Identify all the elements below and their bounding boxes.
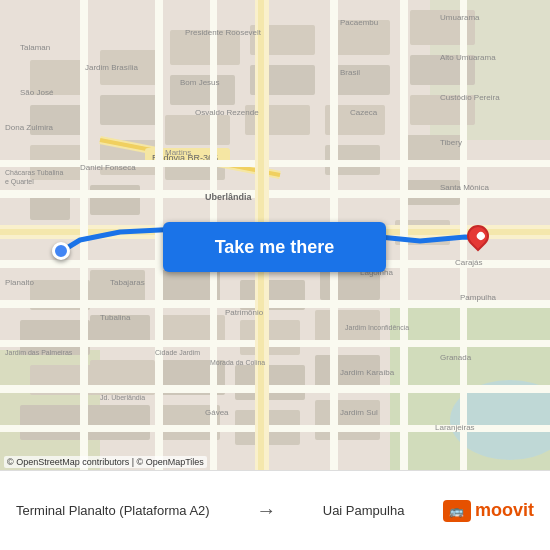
svg-text:Tabajaras: Tabajaras <box>110 278 145 287</box>
moovit-bus-icon: 🚌 <box>443 500 471 522</box>
svg-text:Tubalina: Tubalina <box>100 313 131 322</box>
svg-text:Uberlândia: Uberlândia <box>205 192 253 202</box>
svg-text:Daniel Fonseca: Daniel Fonseca <box>80 163 136 172</box>
bottom-bar: Terminal Planalto (Plataforma A2) → Uai … <box>0 470 550 550</box>
svg-text:Brasil: Brasil <box>340 68 360 77</box>
svg-text:Pacaembu: Pacaembu <box>340 18 378 27</box>
svg-text:Osvaldo Rezende: Osvaldo Rezende <box>195 108 259 117</box>
svg-text:Patrimônio: Patrimônio <box>225 308 264 317</box>
svg-text:Laranjeiras: Laranjeiras <box>435 423 475 432</box>
svg-text:Cidade Jardim: Cidade Jardim <box>155 349 200 356</box>
svg-text:Talaman: Talaman <box>20 43 50 52</box>
svg-text:Santa Mônica: Santa Mônica <box>440 183 489 192</box>
svg-rect-43 <box>315 400 380 440</box>
svg-text:Presidente Roosevelt: Presidente Roosevelt <box>185 28 262 37</box>
route-arrow-icon: → <box>256 499 276 522</box>
svg-rect-23 <box>165 115 230 145</box>
route-from-label: Terminal Planalto (Plataforma A2) <box>16 503 210 518</box>
svg-rect-20 <box>90 405 150 440</box>
svg-text:Dona Zulmira: Dona Zulmira <box>5 123 54 132</box>
svg-text:Bom Jesus: Bom Jesus <box>180 78 220 87</box>
svg-text:Planalto: Planalto <box>5 278 34 287</box>
svg-text:Jd. Uberlândia: Jd. Uberlândia <box>100 394 145 401</box>
svg-text:São José: São José <box>20 88 54 97</box>
svg-text:e Quartel: e Quartel <box>5 178 34 186</box>
svg-text:Pampulha: Pampulha <box>460 293 497 302</box>
svg-text:Custódio Pereira: Custódio Pereira <box>440 93 500 102</box>
origin-marker <box>52 242 70 260</box>
take-me-there-button[interactable]: Take me there <box>163 222 386 272</box>
moovit-logo: 🚌 moovit <box>443 500 534 522</box>
svg-rect-17 <box>90 270 145 305</box>
svg-rect-33 <box>240 320 300 355</box>
svg-text:Jardim Inconfidência: Jardim Inconfidência <box>345 324 409 331</box>
svg-text:Jardim Karaíba: Jardim Karaíba <box>340 368 395 377</box>
route-to-label: Uai Pampulha <box>323 503 405 518</box>
svg-rect-34 <box>235 365 305 400</box>
map-view: Rodovia BR-365 Talaman São José Jardim B… <box>0 0 550 470</box>
moovit-logo-text: moovit <box>475 500 534 521</box>
svg-text:Chácaras Tubalina: Chácaras Tubalina <box>5 169 63 176</box>
svg-rect-14 <box>100 95 160 125</box>
svg-rect-69 <box>400 0 408 470</box>
svg-text:Carajás: Carajás <box>455 258 483 267</box>
svg-text:Alto Umuarama: Alto Umuarama <box>440 53 496 62</box>
svg-rect-16 <box>90 185 140 215</box>
svg-rect-66 <box>155 0 163 470</box>
svg-text:Tibery: Tibery <box>440 138 462 147</box>
map-attribution: © OpenStreetMap contributors | © OpenMap… <box>4 456 207 468</box>
destination-marker <box>467 225 489 255</box>
svg-text:Gávea: Gávea <box>205 408 229 417</box>
svg-text:Jardim Sul: Jardim Sul <box>340 408 378 417</box>
svg-text:Jardim das Palmeiras: Jardim das Palmeiras <box>5 349 73 356</box>
svg-text:Martins: Martins <box>165 148 191 157</box>
svg-text:Morada da Colina: Morada da Colina <box>210 359 265 366</box>
svg-text:Umuarama: Umuarama <box>440 13 480 22</box>
svg-text:Granada: Granada <box>440 353 472 362</box>
svg-text:Cazeca: Cazeca <box>350 108 378 117</box>
svg-text:Jardim Brasília: Jardim Brasília <box>85 63 138 72</box>
